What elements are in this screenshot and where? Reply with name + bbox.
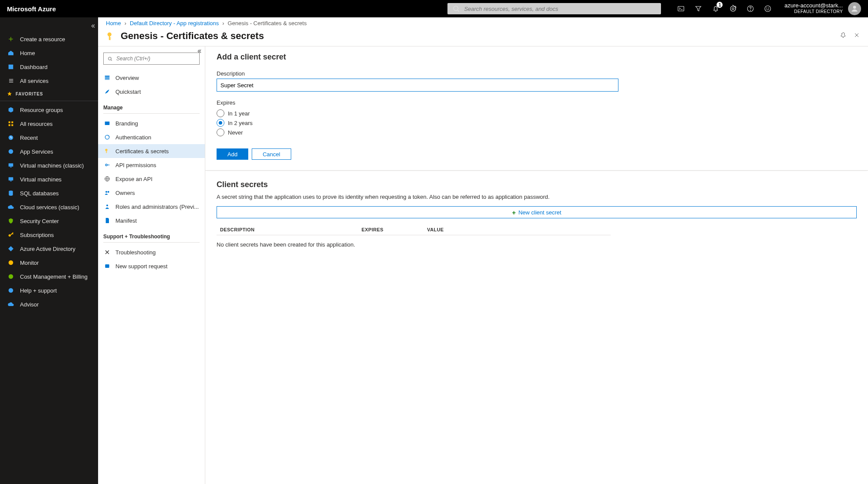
svg-marker-19: [7, 92, 12, 96]
monitor-icon: [7, 175, 15, 183]
dashboard-icon: [7, 63, 15, 71]
blade-item-label: Owners: [115, 190, 135, 196]
blade-item-quickstart[interactable]: Quickstart: [98, 85, 205, 99]
sidebar-item-recent[interactable]: Recent: [0, 131, 98, 145]
key-icon: [7, 231, 15, 239]
global-search[interactable]: [447, 3, 661, 14]
account-avatar[interactable]: [848, 2, 861, 15]
blade-collapse[interactable]: [196, 48, 202, 56]
pin-icon[interactable]: [840, 32, 847, 40]
monitor-icon: [7, 161, 15, 169]
blade-item-troubleshooting[interactable]: Troubleshooting: [98, 245, 205, 259]
blade-search[interactable]: [103, 53, 200, 65]
cloud-shell-icon[interactable]: [677, 4, 685, 13]
blade-item-expose-api[interactable]: Expose an API: [98, 172, 205, 186]
sidebar-item-label: Security Center: [20, 218, 59, 224]
sidebar-item-dashboard[interactable]: Dashboard: [0, 60, 98, 74]
svg-point-11: [769, 8, 769, 8]
sidebar-item-all-resources[interactable]: All resources: [0, 117, 98, 131]
topbar: Microsoft Azure 1 azure-account@stark...…: [0, 0, 868, 17]
help-icon[interactable]: [746, 4, 755, 13]
sidebar-item-advisor[interactable]: Advisor: [0, 297, 98, 311]
sidebar-item-aad[interactable]: Azure Active Directory: [0, 242, 98, 256]
add-secret-form: Add a client secret Description Expires …: [205, 46, 868, 171]
cloud-icon: [7, 203, 15, 211]
sidebar-item-security-center[interactable]: Security Center: [0, 214, 98, 228]
expires-radio-group: In 1 year In 2 years Never: [217, 109, 857, 137]
cancel-button[interactable]: Cancel: [252, 148, 291, 160]
new-client-secret-button[interactable]: + New client secret: [217, 206, 857, 218]
blade-item-overview[interactable]: Overview: [98, 71, 205, 85]
col-description: DESCRIPTION: [217, 224, 358, 235]
secrets-table: DESCRIPTION EXPIRES VALUE: [217, 224, 611, 235]
svg-rect-47: [105, 122, 110, 125]
svg-point-57: [108, 191, 109, 193]
col-value: VALUE: [424, 224, 611, 235]
blade-search-input[interactable]: [113, 55, 196, 62]
sidebar-item-cloud-services[interactable]: Cloud services (classic): [0, 200, 98, 214]
blade-item-label: Expose an API: [115, 176, 152, 182]
blade-item-branding[interactable]: Branding: [98, 116, 205, 130]
sidebar-item-resource-groups[interactable]: Resource groups: [0, 103, 98, 117]
breadcrumb-home[interactable]: Home: [106, 20, 121, 26]
sidebar-item-home[interactable]: Home: [0, 46, 98, 60]
blade-item-roles[interactable]: Roles and administrators (Previ...: [98, 200, 205, 214]
description-label: Description: [217, 70, 857, 77]
sidebar: Create a resource Home Dashboard All ser…: [0, 17, 98, 484]
add-button[interactable]: Add: [217, 148, 248, 160]
notifications-icon[interactable]: 1: [711, 4, 720, 13]
svg-rect-22: [9, 124, 10, 126]
sidebar-item-label: Create a resource: [20, 36, 65, 43]
expires-option-never[interactable]: Never: [217, 128, 857, 137]
roles-icon: [103, 203, 111, 211]
blade-item-manifest[interactable]: Manifest: [98, 214, 205, 227]
svg-rect-2: [678, 7, 684, 11]
svg-rect-21: [11, 122, 13, 123]
card-icon: [103, 119, 111, 127]
blade-item-authentication[interactable]: Authentication: [98, 130, 205, 144]
sidebar-item-subscriptions[interactable]: Subscriptions: [0, 228, 98, 242]
blade-item-owners[interactable]: Owners: [98, 186, 205, 200]
sidebar-item-vm[interactable]: Virtual machines: [0, 172, 98, 186]
sidebar-item-sql[interactable]: SQL databases: [0, 186, 98, 200]
close-icon[interactable]: [853, 32, 860, 40]
radio-label: Never: [228, 129, 243, 136]
sidebar-item-help-support[interactable]: Help + support: [0, 283, 98, 297]
blade-item-new-support[interactable]: New support request: [98, 259, 205, 273]
expires-option-1y[interactable]: In 1 year: [217, 109, 857, 118]
radio-icon: [217, 109, 224, 117]
feedback-icon[interactable]: [763, 4, 772, 13]
sidebar-item-monitor[interactable]: Monitor: [0, 256, 98, 270]
sidebar-item-create-resource[interactable]: Create a resource: [0, 32, 98, 46]
sidebar-item-vm-classic[interactable]: Virtual machines (classic): [0, 158, 98, 172]
svg-rect-27: [10, 167, 12, 167]
breadcrumb-current: Genesis - Certificates & secrets: [228, 20, 307, 26]
description-input[interactable]: [217, 79, 618, 92]
expires-option-2y[interactable]: In 2 years: [217, 118, 857, 128]
svg-rect-20: [9, 122, 10, 123]
svg-rect-26: [9, 163, 13, 166]
sidebar-item-all-services[interactable]: All services: [0, 74, 98, 88]
sidebar-collapse[interactable]: [88, 21, 98, 31]
breadcrumb-app-reg[interactable]: Default Directory - App registrations: [130, 20, 219, 26]
gauge-icon: [7, 259, 15, 267]
global-search-input[interactable]: [460, 5, 657, 13]
settings-icon[interactable]: [729, 4, 737, 13]
blade-item-api-permissions[interactable]: API permissions: [98, 158, 205, 172]
blade-item-cert-secrets[interactable]: Certificates & secrets: [98, 144, 205, 158]
svg-line-1: [458, 10, 459, 11]
account-info[interactable]: azure-account@stark... DEFAULT DIRECTORY: [784, 3, 843, 15]
database-icon: [7, 189, 15, 197]
svg-line-43: [111, 59, 112, 60]
svg-rect-44: [105, 76, 110, 77]
overview-icon: [103, 74, 111, 82]
diamond-icon: [7, 245, 15, 253]
topbar-actions: 1: [677, 4, 772, 13]
sidebar-item-cost[interactable]: Cost Management + Billing: [0, 270, 98, 283]
sidebar-item-app-services[interactable]: App Services: [0, 145, 98, 158]
sidebar-item-label: Dashboard: [20, 64, 48, 70]
filter-icon[interactable]: [694, 4, 703, 13]
svg-rect-59: [105, 264, 109, 268]
breadcrumb-sep: ›: [222, 20, 224, 26]
grid-icon: [7, 120, 15, 128]
